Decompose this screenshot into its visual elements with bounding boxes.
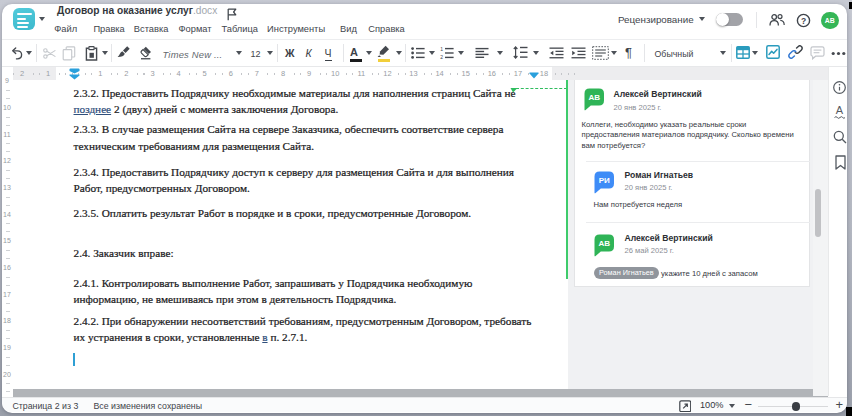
svg-text:1: 1 xyxy=(440,47,443,52)
svg-text:АВ: АВ xyxy=(588,93,600,102)
svg-text:РИ: РИ xyxy=(598,176,609,185)
svg-text:А: А xyxy=(835,104,843,116)
svg-text:?: ? xyxy=(801,15,806,25)
svg-text:2: 2 xyxy=(440,53,443,58)
svg-text:АВ: АВ xyxy=(598,239,610,248)
